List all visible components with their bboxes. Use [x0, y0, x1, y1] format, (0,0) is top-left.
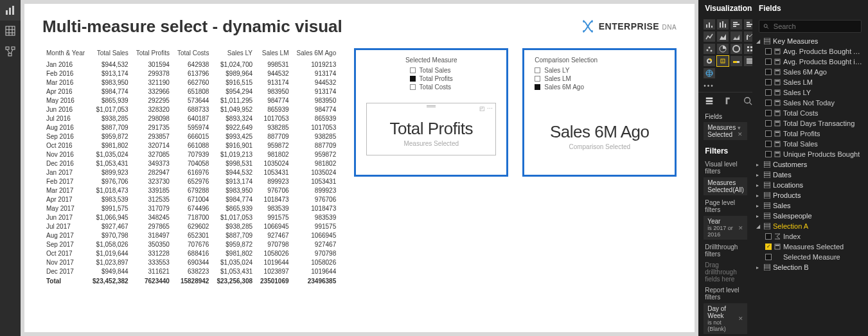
- table-row[interactable]: Mar 2016$983,950321190662760$916,5159131…: [42, 78, 340, 87]
- field-node[interactable]: Avg. Products Bought in...: [755, 57, 865, 67]
- table-row[interactable]: Apr 2016$984,774332966651808$954,2949839…: [42, 87, 340, 96]
- slicer-option[interactable]: Total Profits: [410, 75, 453, 83]
- more-viz-icon[interactable]: •••: [698, 82, 752, 92]
- viz-type-icon[interactable]: [717, 44, 729, 54]
- viz-type-icon[interactable]: [704, 19, 715, 30]
- field-node[interactable]: Sales LM: [755, 77, 865, 87]
- fields-tab-icon[interactable]: [705, 96, 714, 107]
- well-menu-icon[interactable]: ▾ ✕: [738, 125, 743, 137]
- table-row[interactable]: Feb 2017$976,706323730652976$913,1748999…: [42, 177, 340, 186]
- field-node[interactable]: Measures Selected: [755, 242, 865, 252]
- table-node[interactable]: ▸Customers: [755, 159, 865, 170]
- checkbox-icon[interactable]: [765, 120, 772, 127]
- viz-type-icon[interactable]: [731, 56, 742, 66]
- table-node[interactable]: ▸Products: [755, 190, 865, 200]
- table-row[interactable]: Dec 2016$1,053,431349373704058$998,53110…: [42, 159, 340, 168]
- report-view-icon[interactable]: [0, 0, 21, 21]
- table-row[interactable]: Jul 2016$938,285298098640187$893,3241017…: [42, 114, 340, 123]
- remove-filter-icon[interactable]: ✕: [738, 315, 743, 322]
- col-header[interactable]: Total Profits: [132, 48, 173, 60]
- field-node[interactable]: Total Costs: [755, 108, 865, 118]
- table-row[interactable]: May 2016$865,939292295573644$1,011,29598…: [42, 96, 340, 105]
- slicer-option[interactable]: Sales LY: [535, 66, 664, 75]
- report-filter[interactable]: Day of Week is not (Blank) ✕: [704, 303, 747, 334]
- checkbox-icon[interactable]: [765, 254, 772, 260]
- field-node[interactable]: Sales 6M Ago: [755, 67, 865, 77]
- checkbox-icon[interactable]: [765, 69, 772, 75]
- table-node[interactable]: ◢Selection A: [755, 221, 865, 231]
- table-row[interactable]: Nov 2016$1,035,024327085707939$1,019,213…: [42, 150, 340, 159]
- col-header[interactable]: Sales 6M Ago: [293, 48, 341, 60]
- table-row[interactable]: Jan 2016$944,532301594642938$1,024,70099…: [42, 60, 340, 69]
- slicer-option[interactable]: Total Costs: [410, 83, 453, 91]
- table-row[interactable]: Apr 2017$983,539312535671004$984,7741018…: [42, 195, 340, 204]
- table-node[interactable]: ▸Selection B: [755, 262, 865, 272]
- col-header[interactable]: Total Costs: [173, 48, 213, 60]
- field-node[interactable]: Total Days Transacting: [755, 118, 865, 128]
- table-row[interactable]: Aug 2016$887,709291735595974$922,6499382…: [42, 123, 340, 132]
- viz-type-icon[interactable]: 1: [717, 56, 729, 66]
- measure-value-card[interactable]: ◰ ⋯ Total Profits Measures Selected: [366, 103, 496, 155]
- viz-type-icon[interactable]: [744, 44, 752, 54]
- focus-icon[interactable]: ◰: [479, 105, 485, 112]
- table-row[interactable]: May 2017$991,575317079674496$865,9399835…: [42, 204, 340, 213]
- analytics-tab-icon[interactable]: [743, 96, 752, 107]
- table-row[interactable]: Sep 2016$959,872293857666015$993,4258877…: [42, 132, 340, 141]
- format-tab-icon[interactable]: [724, 96, 733, 107]
- field-node[interactable]: Sales LY: [755, 87, 865, 98]
- selected-measure-card[interactable]: Selected Measure Total SalesTotal Profit…: [354, 48, 508, 286]
- table-row[interactable]: Feb 2016$913,174299378613796$989,9649445…: [42, 69, 340, 78]
- col-header[interactable]: Month & Year: [42, 48, 89, 60]
- viz-type-icon[interactable]: [704, 68, 715, 78]
- viz-type-icon[interactable]: [704, 44, 715, 54]
- table-row[interactable]: Oct 2016$981,802320714661088$916,9019598…: [42, 141, 340, 150]
- more-icon[interactable]: ⋯: [487, 105, 493, 112]
- checkbox-icon[interactable]: [765, 110, 772, 116]
- table-node[interactable]: ▸Salespeople: [755, 211, 865, 221]
- field-well[interactable]: Measures Selected ▾ ✕: [704, 122, 747, 140]
- visual-filter[interactable]: Measures Selected(All): [704, 177, 747, 195]
- table-node[interactable]: ◢Key Measures: [755, 36, 865, 46]
- col-header[interactable]: Sales LM: [256, 48, 293, 60]
- slicer-option[interactable]: Sales 6M Ago: [535, 83, 664, 91]
- table-row[interactable]: Oct 2017$1,019,644331228688416$981,80210…: [42, 249, 340, 258]
- viz-type-icon[interactable]: [744, 56, 752, 66]
- remove-filter-icon[interactable]: ✕: [738, 225, 743, 231]
- data-table-visual[interactable]: Month & YearTotal SalesTotal ProfitsTota…: [42, 48, 340, 286]
- field-node[interactable]: Avg. Products Bought A...: [755, 46, 865, 57]
- table-node[interactable]: ▸Dates: [755, 170, 865, 180]
- checkbox-icon[interactable]: [765, 243, 772, 250]
- col-header[interactable]: Sales LY: [213, 48, 256, 60]
- checkbox-icon[interactable]: [765, 79, 772, 85]
- table-row[interactable]: Jan 2017$899,923282947616976$944,5321053…: [42, 168, 340, 177]
- field-node[interactable]: Unique Products Bought: [755, 149, 865, 159]
- checkbox-icon[interactable]: [765, 233, 772, 240]
- viz-type-icon[interactable]: [731, 31, 742, 42]
- drag-handle-icon[interactable]: [427, 105, 436, 107]
- viz-type-icon[interactable]: [744, 31, 752, 42]
- slicer-option[interactable]: Sales LM: [535, 75, 664, 83]
- field-node[interactable]: Total Sales: [755, 139, 865, 149]
- table-row[interactable]: Jul 2017$927,467297865629602$938,2851066…: [42, 222, 340, 231]
- checkbox-icon[interactable]: [765, 141, 772, 147]
- viz-type-icon[interactable]: [744, 19, 752, 30]
- col-header[interactable]: Total Sales: [89, 48, 132, 60]
- table-row[interactable]: Jun 2017$1,066,945348245718700$1,017,053…: [42, 213, 340, 222]
- field-node[interactable]: Sales Not Today: [755, 98, 865, 108]
- comparison-card[interactable]: Comparison Selection Sales LYSales LMSal…: [522, 48, 677, 286]
- table-row[interactable]: Jun 2016$1,017,053328320688733$1,049,952…: [42, 105, 340, 114]
- table-row[interactable]: Dec 2017$949,844311621638223$1,053,43110…: [42, 267, 340, 276]
- viz-type-icon[interactable]: [704, 31, 715, 42]
- field-node[interactable]: Index: [755, 231, 865, 242]
- field-node[interactable]: Selected Measure: [755, 252, 865, 262]
- checkbox-icon[interactable]: [765, 48, 772, 55]
- model-view-icon[interactable]: [0, 41, 21, 62]
- checkbox-icon[interactable]: [765, 151, 772, 157]
- checkbox-icon[interactable]: [765, 89, 772, 96]
- viz-type-icon[interactable]: [704, 56, 715, 66]
- checkbox-icon[interactable]: [765, 100, 772, 106]
- viz-type-icon[interactable]: [717, 19, 729, 30]
- viz-type-icon[interactable]: [717, 31, 729, 42]
- field-node[interactable]: Total Profits: [755, 128, 865, 139]
- table-row[interactable]: Mar 2017$1,018,473339185679288$983,95097…: [42, 186, 340, 195]
